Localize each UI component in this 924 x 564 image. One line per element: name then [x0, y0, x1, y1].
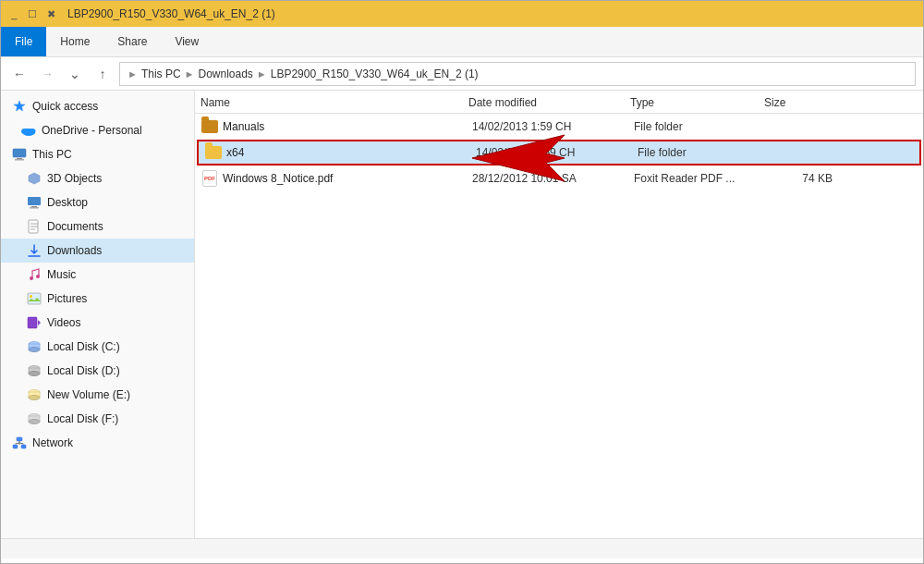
address-path[interactable]: ► This PC ► Downloads ► LBP2900_R150_V33… [119, 62, 916, 86]
sidebar-item-music[interactable]: Music [1, 263, 194, 287]
file-date-pdf: 28/12/2012 10:01 SA [472, 172, 634, 185]
sidebar-item-pictures[interactable]: Pictures [1, 287, 194, 311]
sidebar-label-music: Music [47, 268, 76, 281]
svg-rect-6 [15, 159, 24, 161]
sidebar-item-new-volume-e[interactable]: New Volume (E:) [1, 383, 194, 407]
computer-icon [12, 147, 27, 162]
maximize-icon[interactable]: ☐ [25, 6, 40, 21]
file-type-manuals: File folder [634, 120, 768, 133]
file-type-pdf: Foxit Reader PDF ... [634, 172, 768, 185]
sidebar-label-documents: Documents [47, 220, 103, 233]
videos-icon [27, 315, 42, 330]
sidebar-label-local-d: Local Disk (D:) [47, 364, 120, 377]
path-this-pc[interactable]: This PC [141, 67, 181, 80]
path-sep1: ► [185, 68, 195, 80]
svg-point-2 [21, 129, 29, 134]
path-downloads[interactable]: Downloads [198, 67, 252, 80]
table-row[interactable]: PDF Windows 8_Notice.pdf 28/12/2012 10:0… [195, 166, 923, 191]
sidebar-item-local-d[interactable]: Local Disk (D:) [1, 359, 194, 383]
sidebar-label-onedrive: OneDrive - Personal [42, 124, 142, 137]
sidebar-item-desktop[interactable]: Desktop [1, 190, 194, 215]
ribbon: File Home Share View [1, 27, 923, 57]
svg-rect-4 [13, 149, 26, 157]
col-header-name: Name [201, 96, 468, 109]
table-row[interactable]: x64 14/02/2013 1:59 CH File folder [197, 140, 921, 166]
svg-line-38 [16, 443, 20, 444]
cloud-icon [21, 123, 36, 138]
sidebar-item-local-c[interactable]: Local Disk (C:) [1, 335, 194, 359]
content-area: Name Date modified Type Size Manuals 14/… [195, 91, 923, 538]
music-icon [27, 267, 42, 282]
window-title: LBP2900_R150_V330_W64_uk_EN_2 (1) [67, 7, 275, 20]
pdf-shape: PDF [202, 170, 217, 187]
sidebar-label-quick-access: Quick access [32, 100, 98, 113]
sidebar-label-network: Network [32, 436, 73, 449]
sidebar-label-3d: 3D Objects [47, 172, 102, 185]
svg-point-30 [29, 396, 40, 400]
sidebar-label-pictures: Pictures [47, 292, 87, 305]
pictures-icon [27, 291, 42, 306]
file-date-x64: 14/02/2013 1:59 CH [476, 146, 638, 159]
tab-file[interactable]: File [1, 27, 46, 56]
pdf-icon: PDF [201, 169, 219, 188]
sidebar-item-onedrive[interactable]: OneDrive - Personal [1, 118, 194, 142]
status-bar [1, 538, 923, 558]
close-icon[interactable]: ✖ [43, 6, 58, 21]
recent-locations-button[interactable]: ⌄ [64, 63, 86, 85]
up-button[interactable]: ↑ [91, 63, 114, 85]
sidebar-label-videos: Videos [47, 316, 80, 329]
svg-point-24 [29, 348, 40, 352]
sidebar-item-quick-access[interactable]: Quick access [1, 94, 194, 118]
svg-rect-35 [13, 445, 18, 448]
col-header-size: Size [764, 96, 838, 109]
col-header-type: Type [630, 96, 764, 109]
minimize-icon[interactable]: ⎯ [6, 6, 21, 21]
svg-rect-18 [28, 293, 41, 304]
svg-rect-8 [28, 197, 41, 205]
sidebar-item-network[interactable]: Network [1, 431, 194, 455]
documents-icon [27, 219, 42, 234]
forward-button[interactable]: → [36, 63, 58, 85]
path-sep2: ► [257, 68, 267, 80]
sidebar-label-downloads: Downloads [47, 244, 102, 257]
sidebar-item-3d-objects[interactable]: 3D Objects [1, 166, 194, 190]
svg-rect-36 [21, 445, 26, 448]
svg-marker-0 [14, 101, 25, 111]
file-date-manuals: 14/02/2013 1:59 CH [472, 120, 634, 133]
path-folder[interactable]: LBP2900_R150_V330_W64_uk_EN_2 (1) [271, 67, 479, 80]
sidebar-label-new-volume-e: New Volume (E:) [47, 388, 130, 401]
download-icon [27, 243, 42, 258]
svg-marker-21 [38, 320, 41, 325]
file-name-pdf: Windows 8_Notice.pdf [223, 172, 472, 185]
back-button[interactable]: ← [8, 63, 30, 85]
sidebar-item-this-pc[interactable]: This PC [1, 142, 194, 166]
address-bar: ← → ⌄ ↑ ► This PC ► Downloads ► LBP2900_… [1, 57, 923, 91]
drive-f-icon [27, 411, 42, 426]
sidebar-item-documents[interactable]: Documents [1, 215, 194, 239]
svg-rect-10 [30, 207, 39, 209]
tab-view[interactable]: View [161, 27, 213, 56]
file-name-x64: x64 [226, 146, 476, 159]
svg-point-17 [36, 275, 40, 278]
sidebar-item-downloads[interactable]: Downloads [1, 239, 194, 263]
svg-marker-7 [29, 173, 40, 184]
table-row[interactable]: Manuals 14/02/2013 1:59 CH File folder [195, 114, 923, 140]
folder-icon [204, 143, 223, 162]
sidebar-label-local-c: Local Disk (C:) [47, 340, 120, 353]
main-layout: Quick access OneDrive - Personal This PC… [1, 91, 923, 538]
file-type-x64: File folder [638, 146, 772, 159]
tab-share[interactable]: Share [103, 27, 161, 56]
svg-rect-34 [17, 437, 22, 441]
sidebar-label-this-pc: This PC [32, 148, 72, 161]
svg-point-16 [30, 276, 33, 280]
file-size-pdf: 74 KB [768, 172, 842, 185]
sidebar-item-local-f[interactable]: Local Disk (F:) [1, 407, 194, 431]
drive-c-icon [27, 339, 42, 354]
sidebar-item-videos[interactable]: Videos [1, 311, 194, 335]
3d-icon [27, 171, 42, 186]
svg-point-27 [29, 372, 40, 376]
tab-home[interactable]: Home [46, 27, 103, 56]
file-list: Manuals 14/02/2013 1:59 CH File folder x… [195, 114, 923, 538]
sidebar-label-local-f: Local Disk (F:) [47, 412, 118, 425]
title-bar: ⎯ ☐ ✖ LBP2900_R150_V330_W64_uk_EN_2 (1) [1, 1, 923, 27]
